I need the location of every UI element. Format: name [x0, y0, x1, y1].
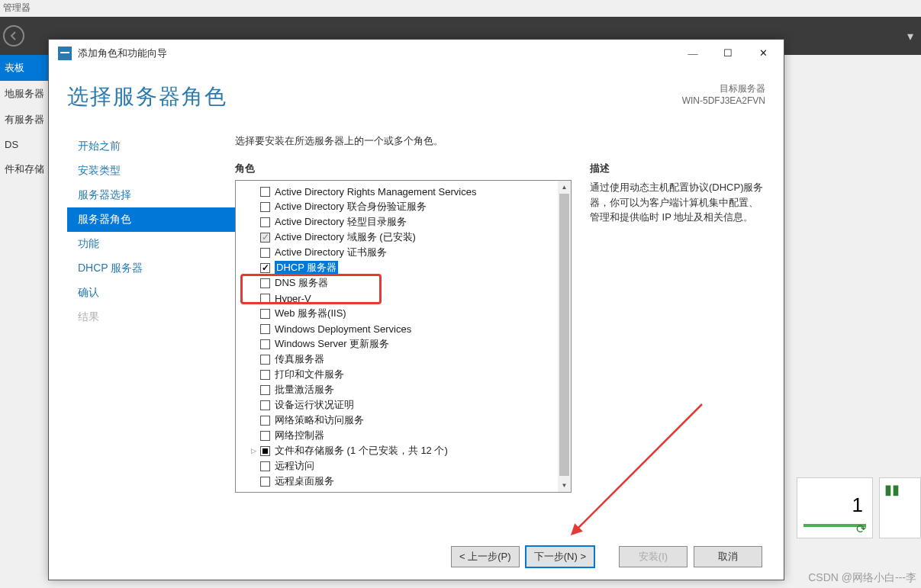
storage-icon: ▮▮	[884, 481, 900, 498]
scrollbar[interactable]: ▲ ▼	[558, 181, 571, 492]
bg-window-title: 管理器	[0, 0, 34, 17]
page-heading: 选择服务器角色	[67, 82, 682, 111]
wizard-step[interactable]: 确认	[67, 281, 235, 305]
role-label: DNS 服务器	[275, 276, 328, 290]
install-button: 安装(I)	[619, 546, 688, 567]
role-item[interactable]: 批量激活服务	[236, 382, 558, 397]
wizard-step[interactable]: 服务器角色	[67, 207, 235, 232]
wizard-steps: 开始之前安装类型服务器选择服务器角色功能DHCP 服务器确认结果	[67, 134, 235, 534]
role-label: Windows Server 更新服务	[275, 337, 389, 351]
dialog-titlebar[interactable]: 添加角色和功能向导 — ☐ ✕	[49, 40, 784, 67]
next-button[interactable]: 下一步(N) >	[526, 546, 594, 567]
target-label: 目标服务器	[682, 82, 765, 95]
role-item[interactable]: Active Directory 联合身份验证服务	[236, 199, 558, 214]
role-item[interactable]: Windows Deployment Services	[236, 321, 558, 336]
role-checkbox[interactable]	[260, 461, 270, 471]
role-item[interactable]: Windows Server 更新服务	[236, 336, 558, 352]
maximize-button[interactable]: ☐	[710, 42, 745, 65]
role-label: Web 服务器(IIS)	[275, 307, 346, 320]
role-checkbox[interactable]	[260, 355, 270, 365]
dialog-footer: < 上一步(P) 下一步(N) > 安装(I) 取消	[67, 534, 765, 580]
role-checkbox[interactable]	[260, 477, 270, 487]
role-item[interactable]: Active Directory 域服务 (已安装)	[236, 230, 558, 245]
role-checkbox[interactable]	[260, 263, 270, 273]
role-checkbox[interactable]	[260, 370, 270, 380]
role-checkbox[interactable]	[260, 324, 270, 334]
role-checkbox[interactable]	[260, 309, 270, 319]
role-checkbox[interactable]	[260, 339, 270, 349]
role-checkbox[interactable]	[260, 385, 270, 395]
wizard-step[interactable]: 服务器选择	[67, 183, 235, 207]
role-checkbox[interactable]	[260, 446, 270, 456]
role-checkbox[interactable]	[260, 278, 270, 288]
summary-tile-2[interactable]: ▮▮	[879, 477, 921, 538]
summary-tile[interactable]: 1 ⟳	[797, 477, 873, 538]
tile-count: 1	[852, 493, 863, 517]
role-label: 传真服务器	[275, 352, 324, 366]
role-item[interactable]: 远程桌面服务	[236, 474, 558, 489]
role-checkbox[interactable]	[260, 187, 270, 197]
role-checkbox[interactable]	[260, 202, 270, 212]
role-checkbox[interactable]	[260, 248, 270, 258]
close-button[interactable]: ✕	[745, 42, 781, 65]
role-item[interactable]: ▷文件和存储服务 (1 个已安装，共 12 个)	[236, 443, 558, 458]
role-checkbox[interactable]	[260, 294, 270, 304]
role-label: 打印和文件服务	[275, 368, 344, 381]
watermark: CSDN @网络小白---李	[808, 571, 916, 585]
scroll-thumb[interactable]	[559, 194, 569, 476]
role-item[interactable]: Active Directory 轻型目录服务	[236, 214, 558, 230]
dialog-title: 添加角色和功能向导	[78, 47, 675, 60]
role-checkbox[interactable]	[260, 233, 270, 243]
role-label: Active Directory 轻型目录服务	[275, 215, 407, 229]
role-checkbox[interactable]	[260, 400, 270, 410]
roles-listbox[interactable]: Active Directory Rights Management Servi…	[235, 180, 572, 493]
wizard-step[interactable]: 功能	[67, 232, 235, 256]
role-checkbox[interactable]	[260, 431, 270, 441]
role-label: 文件和存储服务 (1 个已安装，共 12 个)	[275, 444, 448, 458]
wizard-step: 结果	[67, 305, 235, 329]
role-label: Active Directory Rights Management Servi…	[275, 186, 476, 198]
back-button[interactable]	[3, 25, 24, 47]
role-label: Active Directory 证书服务	[275, 246, 387, 259]
role-item[interactable]: DHCP 服务器	[236, 260, 558, 275]
role-label: Windows Deployment Services	[275, 323, 411, 335]
role-item[interactable]: 远程访问	[236, 458, 558, 474]
role-item[interactable]: Active Directory Rights Management Servi…	[236, 184, 558, 199]
expand-icon[interactable]: ▷	[251, 447, 260, 455]
wizard-icon	[58, 47, 72, 60]
role-item[interactable]: Web 服务器(IIS)	[236, 306, 558, 321]
role-label: 设备运行状况证明	[275, 398, 354, 412]
bg-toolbar-right[interactable]: ▾	[907, 17, 921, 55]
description-label: 描述	[590, 162, 765, 175]
roles-label: 角色	[235, 162, 572, 175]
role-label: 网络控制器	[275, 429, 324, 442]
role-label: DHCP 服务器	[275, 261, 338, 275]
role-item[interactable]: Active Directory 证书服务	[236, 245, 558, 260]
role-label: 远程访问	[275, 459, 314, 473]
scroll-up-icon[interactable]: ▲	[558, 181, 571, 194]
role-item[interactable]: 网络控制器	[236, 428, 558, 443]
role-checkbox[interactable]	[260, 217, 270, 227]
role-checkbox[interactable]	[260, 416, 270, 426]
minimize-button[interactable]: —	[675, 42, 710, 65]
prev-button[interactable]: < 上一步(P)	[451, 546, 520, 567]
description-text: 通过使用动态主机配置协议(DHCP)服务器，你可以为客户端计算机集中配置、管理和…	[590, 180, 765, 225]
role-item[interactable]: 传真服务器	[236, 352, 558, 367]
role-item[interactable]: 网络策略和访问服务	[236, 413, 558, 428]
role-item[interactable]: Hyper-V	[236, 291, 558, 306]
wizard-step[interactable]: 开始之前	[67, 134, 235, 159]
role-label: Active Directory 域服务 (已安装)	[275, 230, 416, 244]
cancel-button[interactable]: 取消	[694, 546, 762, 567]
role-item[interactable]: DNS 服务器	[236, 275, 558, 291]
wizard-step[interactable]: 安装类型	[67, 159, 235, 183]
wizard-dialog: 添加角色和功能向导 — ☐ ✕ 选择服务器角色 目标服务器 WIN-5DFJ3E…	[48, 39, 784, 580]
role-label: 网络策略和访问服务	[275, 413, 364, 427]
refresh-icon[interactable]: ⟳	[856, 522, 866, 536]
role-item[interactable]: 打印和文件服务	[236, 367, 558, 382]
scroll-down-icon[interactable]: ▼	[558, 479, 571, 492]
wizard-step[interactable]: DHCP 服务器	[67, 256, 235, 281]
role-label: Hyper-V	[275, 293, 311, 304]
instruction-text: 选择要安装在所选服务器上的一个或多个角色。	[235, 134, 765, 148]
role-item[interactable]: 设备运行状况证明	[236, 397, 558, 413]
target-server: WIN-5DFJ3EA2FVN	[682, 95, 765, 106]
